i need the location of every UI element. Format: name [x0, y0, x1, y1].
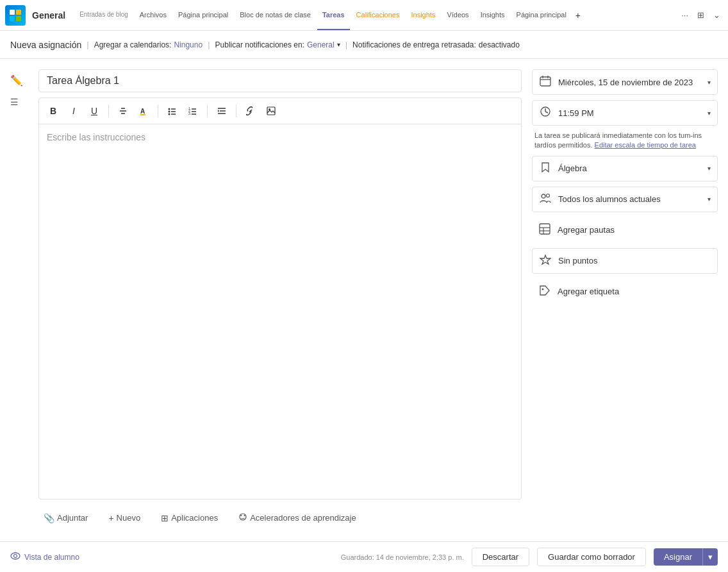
time-value: 11:59 PM: [558, 108, 701, 118]
tag-row[interactable]: Agregar etiqueta: [532, 279, 718, 305]
nav-chevron-button[interactable]: ⌄: [711, 8, 723, 22]
notify-chevron-icon: ▾: [337, 41, 340, 48]
edit-timeline-link[interactable]: Editar escala de tiempo de tarea: [595, 141, 696, 149]
editor-placeholder: Escribe las instrucciones: [47, 132, 145, 142]
star-icon: [539, 254, 552, 268]
toolbar-separator-2: [158, 105, 158, 117]
publish-note: La tarea se publicará inmediatamente con…: [532, 131, 718, 151]
edit-icon[interactable]: ✏️: [10, 74, 28, 87]
more-options-button[interactable]: ···: [679, 8, 691, 22]
svg-rect-4: [140, 114, 145, 115]
points-row[interactable]: Sin puntos: [532, 248, 718, 274]
late-action: Notificaciones de entrega retrasada: des…: [352, 40, 520, 49]
late-label: Notificaciones de entrega retrasada:: [352, 40, 476, 49]
svg-point-7: [169, 111, 170, 113]
nav-pagina-principal2[interactable]: Página principal: [511, 0, 572, 30]
notify-label: Publicar notificaciones en:: [215, 40, 304, 49]
svg-point-39: [542, 288, 544, 290]
svg-text:A: A: [140, 108, 145, 115]
nav-tareas[interactable]: Tareas: [317, 0, 350, 30]
date-row[interactable]: Miércoles, 15 de noviembre de 2023 ▾: [532, 69, 718, 95]
rubric-value: Agregar pautas: [558, 225, 711, 235]
right-panel: Miércoles, 15 de noviembre de 2023 ▾ 11:…: [532, 69, 718, 531]
plus-icon: +: [108, 513, 113, 523]
students-value: Todos los alumnos actuales: [558, 194, 701, 204]
svg-point-5: [169, 108, 170, 110]
bullet-list-button[interactable]: [163, 102, 181, 120]
toolbar-separator-4: [236, 105, 236, 117]
svg-point-22: [269, 108, 270, 110]
clock-icon: [539, 106, 552, 120]
student-view-button[interactable]: Vista de alumno: [10, 551, 79, 563]
italic-button[interactable]: I: [65, 102, 83, 120]
notify-action[interactable]: Publicar notificaciones en: General ▾: [215, 40, 340, 49]
strikethrough-button[interactable]: [114, 102, 132, 120]
subject-value: Álgebra: [558, 164, 701, 173]
subject-chevron-icon: ▾: [707, 165, 711, 172]
new-button[interactable]: + Nuevo: [103, 510, 145, 526]
saved-status: Guardado: 14 de noviembre, 2:33 p. m.: [341, 553, 464, 561]
link-button[interactable]: [242, 102, 260, 120]
toolbar-separator-1: [108, 105, 109, 117]
apps-icon: ⊞: [161, 513, 169, 523]
svg-point-24: [241, 515, 242, 516]
image-button[interactable]: [262, 102, 280, 120]
attach-button[interactable]: 📎 Adjuntar: [38, 510, 93, 526]
highlight-button[interactable]: A: [135, 102, 153, 120]
tag-icon: [538, 285, 551, 299]
subject-row[interactable]: Álgebra ▾: [532, 156, 718, 181]
calendar-value[interactable]: Ninguno: [174, 40, 203, 49]
left-sidebar: ✏️ ☰: [10, 69, 28, 531]
apps-button[interactable]: ⊞ Aplicaciones: [156, 510, 223, 526]
svg-line-32: [545, 112, 548, 113]
save-draft-button[interactable]: Guardar como borrador: [537, 548, 646, 566]
calendar-icon: [539, 75, 552, 89]
nav-calificaciones[interactable]: Calificaciones: [351, 0, 405, 30]
numbered-list-button[interactable]: 1. 2. 3.: [184, 102, 202, 120]
grid-view-button[interactable]: ⊞: [695, 8, 707, 22]
notify-value[interactable]: General: [307, 40, 335, 49]
nav-videos[interactable]: Vídeos: [442, 0, 474, 30]
editor-section: B I U A: [38, 69, 522, 531]
discard-button[interactable]: Descartar: [472, 548, 529, 566]
svg-point-34: [547, 194, 550, 197]
list-icon[interactable]: ☰: [10, 97, 28, 107]
bottom-bar: Vista de alumno Guardado: 14 de noviembr…: [0, 541, 728, 572]
bold-button[interactable]: B: [44, 102, 62, 120]
svg-point-9: [169, 114, 170, 115]
time-chevron-icon: ▾: [707, 110, 711, 117]
assign-button[interactable]: Asignar: [654, 548, 702, 566]
attachment-bar: 📎 Adjuntar + Nuevo ⊞ Aplicaciones: [38, 505, 522, 531]
students-chevron-icon: ▾: [707, 196, 711, 203]
assignment-title-input[interactable]: [38, 69, 522, 92]
assign-button-group: Asignar ▾: [654, 548, 718, 566]
svg-marker-20: [218, 110, 219, 112]
nav-insights2[interactable]: Insights: [476, 0, 510, 30]
assign-dropdown-button[interactable]: ▾: [702, 548, 718, 566]
nav-pagina-principal[interactable]: Página principal: [173, 0, 233, 30]
add-tab-icon[interactable]: +: [575, 10, 581, 21]
bookmark-icon: [539, 162, 552, 176]
svg-point-25: [244, 515, 245, 516]
svg-text:3.: 3.: [188, 112, 191, 115]
calendar-action[interactable]: Agregar a calendarios: Ninguno: [94, 40, 203, 49]
svg-rect-26: [540, 77, 550, 86]
nav-archivos[interactable]: Archivos: [135, 0, 172, 30]
editor-toolbar: B I U A: [39, 98, 521, 124]
rubric-icon: [538, 223, 551, 237]
indent-button[interactable]: [213, 102, 231, 120]
nav-bloc-notas[interactable]: Bloc de notas de clase: [235, 0, 316, 30]
time-row[interactable]: 11:59 PM ▾: [532, 100, 718, 126]
editor-container: B I U A: [38, 97, 522, 500]
date-value: Miércoles, 15 de noviembre de 2023: [558, 78, 701, 87]
rubric-row[interactable]: Agregar pautas: [532, 217, 718, 243]
students-row[interactable]: Todos los alumnos actuales ▾: [532, 187, 718, 212]
nav-insights1[interactable]: Insights: [406, 0, 440, 30]
paperclip-icon: 📎: [44, 513, 54, 523]
editor-body[interactable]: Escribe las instrucciones: [39, 124, 521, 499]
calendar-label: Agregar a calendarios:: [94, 40, 172, 49]
svg-rect-35: [540, 224, 550, 234]
nav-entradas[interactable]: Entradas de blog: [74, 0, 133, 30]
accelerators-button[interactable]: Aceleradores de aprendizaje: [233, 510, 361, 526]
underline-button[interactable]: U: [85, 102, 103, 120]
